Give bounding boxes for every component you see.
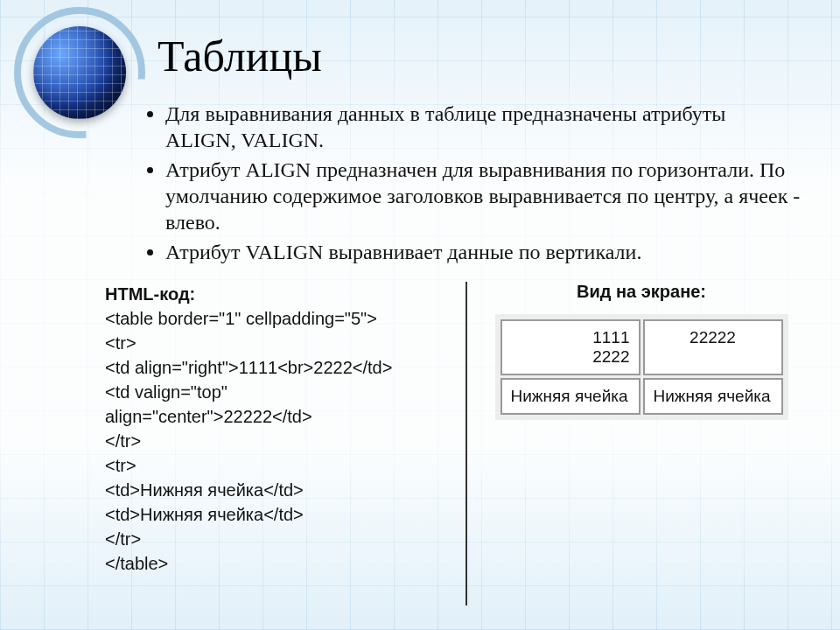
page-title: Таблицы (158, 31, 322, 81)
code-line: <td>Нижняя ячейка</td> (105, 502, 455, 527)
code-line: <td valign="top" (105, 380, 455, 404)
preview-heading: Вид на экране: (577, 282, 706, 302)
code-line: <td>Нижняя ячейка</td> (105, 478, 455, 502)
table-row: 1111 2222 22222 (500, 319, 783, 375)
table-row: Нижняя ячейка Нижняя ячейка (500, 378, 783, 415)
code-line: <tr> (105, 453, 455, 478)
cell-bottom-left: Нижняя ячейка (500, 378, 640, 415)
code-line: <td align="right">1111<br>2222</td> (105, 355, 455, 380)
preview-column: Вид на экране: 1111 2222 22222 Нижняя яч… (478, 282, 805, 606)
cell-bottom-right: Нижняя ячейка (643, 378, 783, 415)
cell-22222: 22222 (643, 319, 783, 375)
code-heading: HTML-код: (105, 282, 455, 306)
preview-table: 1111 2222 22222 Нижняя ячейка Нижняя яче… (498, 317, 786, 417)
bullet-valign: Атрибут VALIGN выравнивает данные по вер… (165, 239, 801, 265)
code-line: <table border="1" cellpadding="5"> (105, 306, 455, 331)
code-line: align="center">22222</td> (105, 404, 455, 429)
globe-decoration (23, 16, 136, 130)
code-line: </tr> (105, 429, 455, 453)
code-column: HTML-код: <table border="1" cellpadding=… (105, 282, 455, 606)
code-line: </table> (105, 551, 455, 576)
bullet-list: Для выравнивания данных в таблице предна… (144, 101, 801, 269)
code-line: <tr> (105, 331, 455, 355)
column-divider (466, 282, 467, 606)
cell-1111-2222: 1111 2222 (500, 319, 640, 375)
code-line: </tr> (105, 527, 455, 551)
preview-table-wrap: 1111 2222 22222 Нижняя ячейка Нижняя яче… (495, 314, 788, 420)
bullet-align-valign: Для выравнивания данных в таблице предна… (165, 101, 801, 153)
bullet-align: Атрибут ALIGN предназначен для выравнива… (165, 157, 801, 235)
